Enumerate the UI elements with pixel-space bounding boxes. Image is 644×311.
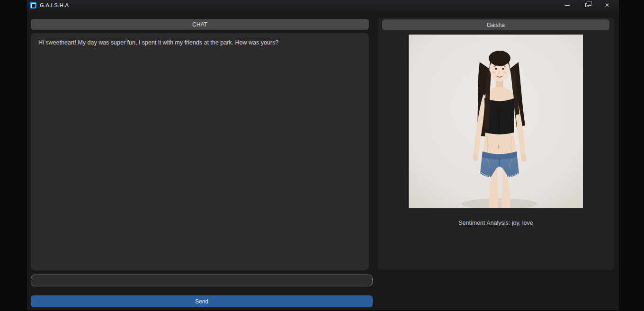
app-logo-icon: [30, 2, 36, 9]
minimize-button[interactable]: [557, 0, 577, 10]
companion-photo: [409, 35, 583, 208]
companion-panel-header: Gaisha: [382, 19, 609, 30]
message-input[interactable]: [31, 275, 373, 286]
chat-panel-header-label: CHAT: [192, 21, 207, 28]
app-window: G.A.I.S.H.A ✕ CHAT Hi sweetheart! My day…: [27, 0, 619, 310]
close-button[interactable]: ✕: [597, 0, 617, 10]
titlebar[interactable]: G.A.I.S.H.A ✕: [27, 0, 619, 10]
chat-message: Hi sweetheart! My day was super fun, I s…: [38, 38, 361, 47]
chat-panel-header: CHAT: [31, 19, 369, 30]
minimize-icon: [565, 5, 570, 6]
companion-panel-header-label: Gaisha: [487, 22, 505, 28]
companion-panel: Gaisha: [377, 18, 614, 270]
titlebar-left: G.A.I.S.H.A: [27, 2, 69, 9]
window-controls: ✕: [557, 0, 617, 10]
restore-icon: [585, 3, 589, 7]
close-icon: ✕: [605, 2, 609, 8]
window-title: G.A.I.S.H.A: [40, 2, 69, 8]
chat-log[interactable]: Hi sweetheart! My day was super fun, I s…: [31, 33, 369, 270]
restore-button[interactable]: [577, 0, 597, 10]
sentiment-analysis-text: Sentiment Analysis: joy, love: [377, 220, 614, 226]
send-button[interactable]: Send: [31, 295, 373, 307]
